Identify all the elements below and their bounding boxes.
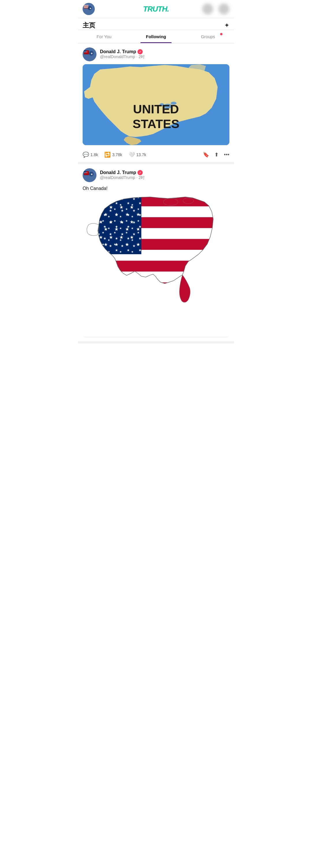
svg-text:★: ★ (104, 226, 108, 231)
post-2-header: ★★★ ★ Donald J. Trump ✓ @realDonaldTrump… (82, 168, 230, 182)
post-2-text: Oh Canada! (82, 185, 230, 192)
bookmark-icon[interactable]: 🔖 (203, 152, 209, 158)
feed-tabs: For You Following Groups (78, 30, 234, 43)
svg-text:★: ★ (109, 235, 113, 240)
post-1-header: ★★★ ★ Donald J. Trump ✓ @realDonaldTrump… (82, 48, 230, 61)
post-2-image: ★ ★ ★ ★ (82, 195, 230, 338)
sparkle-icon[interactable]: ✦ (224, 22, 230, 29)
post-1-image: UNITED STATES (82, 64, 230, 145)
post-1-avatar[interactable]: ★★★ ★ (82, 48, 97, 61)
svg-text:★: ★ (91, 52, 93, 55)
user-avatar[interactable]: ★ (82, 3, 95, 15)
svg-text:★: ★ (136, 226, 140, 231)
nav-icon-1[interactable] (202, 3, 213, 14)
comment-icon: 💬 (82, 152, 89, 158)
svg-text:★: ★ (119, 205, 124, 210)
tab-groups[interactable]: Groups (182, 30, 234, 43)
post-2-handle: @realDonaldTrump · 2时 (100, 175, 145, 180)
svg-text:★: ★ (125, 226, 129, 231)
svg-rect-33 (84, 174, 89, 175)
groups-notification-dot (220, 33, 222, 35)
svg-text:★: ★ (104, 212, 108, 217)
app-header: ★ TRUTH. (78, 0, 234, 18)
post-2-user-info: Donald J. Trump ✓ @realDonaldTrump · 2时 (100, 170, 145, 180)
retruth-count: 3.78k (112, 152, 122, 157)
post-1-user-info: Donald J. Trump ✓ @realDonaldTrump · 2时 (100, 49, 145, 60)
svg-text:★: ★ (109, 219, 113, 224)
svg-text:★: ★ (136, 242, 140, 247)
svg-text:★: ★ (125, 242, 129, 247)
page-title: 主页 (82, 21, 95, 30)
svg-text:★: ★ (104, 242, 108, 247)
svg-text:★: ★ (114, 242, 118, 247)
comment-action[interactable]: 💬 1.8k (82, 152, 98, 158)
post-2: ★★★ ★ Donald J. Trump ✓ @realDonaldTrump… (78, 164, 234, 343)
svg-text:★: ★ (91, 173, 93, 176)
svg-text:UNITED: UNITED (133, 102, 179, 116)
header-actions (202, 3, 230, 14)
svg-text:★: ★ (114, 226, 118, 231)
svg-text:★: ★ (130, 235, 134, 240)
svg-text:★: ★ (130, 219, 134, 224)
retruth-action[interactable]: 🔁 3.78k (104, 152, 122, 158)
svg-text:★: ★ (130, 205, 134, 210)
post-1-actions: 💬 1.8k 🔁 3.78k 🤍 13.7k 🔖 ⬆ ••• (82, 149, 230, 162)
post-2-avatar[interactable]: ★★★ ★ (82, 168, 97, 182)
svg-rect-13 (84, 53, 89, 54)
svg-text:★: ★ (136, 212, 140, 217)
post-1: ★★★ ★ Donald J. Trump ✓ @realDonaldTrump… (78, 43, 234, 164)
svg-text:★: ★ (89, 7, 92, 10)
like-icon: 🤍 (129, 152, 135, 158)
post-1-handle: @realDonaldTrump · 2时 (100, 54, 145, 60)
app-logo: TRUTH. (143, 5, 169, 13)
more-icon[interactable]: ••• (224, 152, 230, 158)
svg-text:★: ★ (119, 235, 124, 240)
tab-following[interactable]: Following (130, 30, 182, 43)
svg-text:STATES: STATES (133, 117, 179, 131)
like-count: 13.7k (136, 152, 146, 157)
post-2-username: Donald J. Trump (100, 170, 136, 175)
svg-text:★★★: ★★★ (84, 172, 88, 174)
retruth-icon: 🔁 (104, 152, 111, 158)
post-1-verified: ✓ (138, 49, 143, 54)
nav-icon-2[interactable] (218, 3, 230, 14)
nav-title-bar: 主页 ✦ (78, 18, 234, 30)
like-action[interactable]: 🤍 13.7k (129, 152, 146, 158)
comment-count: 1.8k (91, 152, 98, 157)
tab-for-you[interactable]: For You (78, 30, 130, 43)
post-2-verified: ✓ (138, 170, 143, 175)
post-1-username: Donald J. Trump (100, 49, 136, 54)
svg-text:★: ★ (114, 212, 118, 217)
share-icon[interactable]: ⬆ (214, 152, 219, 158)
svg-text:★: ★ (125, 212, 129, 217)
svg-text:★: ★ (119, 219, 124, 224)
svg-text:★★★: ★★★ (84, 51, 88, 53)
